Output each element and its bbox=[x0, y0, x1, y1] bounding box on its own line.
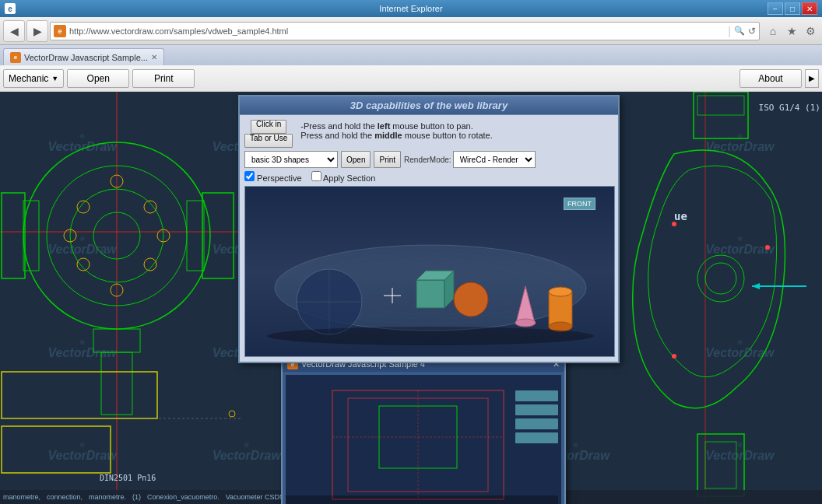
svg-point-22 bbox=[229, 411, 235, 417]
svg-rect-15 bbox=[23, 201, 39, 271]
status-connection: connection, bbox=[47, 493, 83, 501]
svg-point-27 bbox=[765, 245, 770, 250]
popup-3d-content: Click in Tab or Use -Press and hold the … bbox=[240, 115, 618, 362]
cad-left-drawing bbox=[0, 92, 241, 504]
settings-button[interactable]: ⚙ bbox=[802, 23, 819, 40]
popup-toolbar-row2: basic 3D shapes Open Print RenderMode: W… bbox=[244, 151, 613, 168]
minimize-button[interactable]: − bbox=[768, 2, 783, 15]
dropdown-arrow-icon: ▼ bbox=[51, 75, 58, 82]
svg-rect-20 bbox=[2, 372, 157, 418]
svg-rect-17 bbox=[187, 201, 204, 271]
navigation-bar: ◀ ▶ e http://www.vectordraw.com/samples/… bbox=[0, 17, 822, 45]
nav-toolbar: ⌂ ★ ⚙ bbox=[764, 23, 819, 40]
address-text[interactable]: http://www.vectordraw.com/samples/vdweb_… bbox=[69, 26, 725, 36]
svg-point-28 bbox=[672, 354, 676, 359]
svg-rect-65 bbox=[515, 432, 558, 443]
svg-rect-14 bbox=[2, 193, 25, 278]
din-label: DIN2501 Pn16 bbox=[100, 474, 156, 482]
popup-open-button[interactable]: Open bbox=[341, 151, 371, 168]
perspective-checkbox[interactable] bbox=[244, 171, 255, 181]
mechanic-dropdown[interactable]: Mechanic ▼ bbox=[3, 69, 64, 88]
svg-rect-63 bbox=[515, 404, 558, 415]
3d-canvas[interactable]: FRONT bbox=[244, 186, 615, 357]
popup-2-content[interactable] bbox=[286, 375, 561, 504]
svg-point-24 bbox=[697, 255, 744, 302]
instructions-text: -Press and hold the left mouse button to… bbox=[300, 121, 492, 140]
svg-point-25 bbox=[705, 263, 736, 294]
search-separator: | bbox=[728, 25, 731, 37]
render-mode-select[interactable]: WireCd - Render bbox=[453, 151, 536, 168]
svg-rect-33 bbox=[697, 434, 744, 496]
svg-rect-16 bbox=[202, 193, 234, 278]
svg-point-51 bbox=[549, 287, 572, 296]
apply-section-checkbox[interactable] bbox=[311, 171, 321, 181]
svg-point-55 bbox=[267, 327, 594, 345]
main-content-area: ®VectorDraw ®VectorDraw ®VectorDraw ®Vec… bbox=[0, 92, 822, 504]
open-button[interactable]: Open bbox=[67, 69, 129, 88]
apply-section-checkbox-label[interactable]: Apply Section bbox=[311, 171, 376, 183]
popup-checkboxes: Perspective Apply Section bbox=[244, 171, 613, 183]
perspective-checkbox-label[interactable]: Perspective bbox=[244, 171, 302, 183]
svg-marker-30 bbox=[752, 283, 760, 289]
svg-point-11 bbox=[77, 258, 90, 271]
address-bar[interactable]: e http://www.vectordraw.com/samples/vdwe… bbox=[50, 22, 760, 40]
click-in-button[interactable]: Click in bbox=[251, 120, 286, 134]
svg-point-12 bbox=[77, 201, 90, 213]
iso-label: ISO G1/4 (1) bbox=[759, 103, 820, 113]
restore-button[interactable]: □ bbox=[785, 2, 800, 15]
svg-rect-62 bbox=[515, 390, 558, 401]
svg-point-10 bbox=[144, 201, 156, 213]
status-manometre: manometre, bbox=[3, 493, 40, 501]
title-bar: e Internet Explorer − □ ✕ bbox=[0, 0, 822, 17]
window-controls[interactable]: − □ ✕ bbox=[768, 2, 817, 15]
home-button[interactable]: ⌂ bbox=[764, 23, 782, 40]
popup-3d-window: 3D capabilities of the web library Click… bbox=[238, 95, 620, 363]
svg-rect-50 bbox=[549, 292, 572, 327]
tab-favicon: e bbox=[10, 52, 21, 63]
close-button[interactable]: ✕ bbox=[802, 2, 817, 15]
window-title: Internet Explorer bbox=[0, 4, 822, 13]
print-button[interactable]: Print bbox=[132, 69, 195, 88]
open-label: Open bbox=[87, 73, 110, 84]
svg-rect-34 bbox=[705, 442, 736, 488]
site-icon: e bbox=[54, 25, 66, 37]
tab-use-button[interactable]: Tab or Use bbox=[244, 134, 293, 148]
status-count: (1) bbox=[132, 493, 141, 501]
svg-point-13 bbox=[144, 258, 156, 271]
title-bar-left: e bbox=[5, 3, 16, 14]
popup-2-inner bbox=[283, 372, 564, 504]
render-mode-container: RenderMode: WireCd - Render bbox=[404, 151, 536, 168]
scroll-right-button[interactable]: ▶ bbox=[805, 69, 819, 88]
popup-print-button[interactable]: Print bbox=[374, 151, 401, 168]
mechanic-label: Mechanic bbox=[9, 73, 48, 84]
svg-rect-32 bbox=[697, 96, 744, 115]
search-icon[interactable]: 🔍 bbox=[734, 26, 745, 36]
shapes-select[interactable]: basic 3D shapes bbox=[244, 151, 338, 168]
ie-toolbar: Mechanic ▼ Open Print About ▶ bbox=[0, 65, 822, 92]
svg-rect-66 bbox=[286, 495, 558, 504]
browser-tab[interactable]: e VectorDraw Javascript Sample... ✕ bbox=[3, 48, 164, 65]
svg-rect-64 bbox=[515, 418, 558, 429]
svg-rect-21 bbox=[2, 426, 111, 473]
favorites-button[interactable]: ★ bbox=[783, 23, 800, 40]
tab-close-button[interactable]: ✕ bbox=[151, 53, 157, 61]
popup-2-window: e VectorDraw Javascript Sample 4 ✕ bbox=[281, 355, 566, 504]
print-label: Print bbox=[154, 73, 174, 84]
about-label: About bbox=[758, 73, 782, 84]
status-manometre2: manometre. bbox=[89, 493, 126, 501]
svg-rect-43 bbox=[416, 280, 444, 308]
ue-label: ue bbox=[674, 210, 687, 222]
ie-title-icon: e bbox=[5, 3, 16, 14]
render-label: RenderMode: bbox=[404, 156, 451, 164]
back-button[interactable]: ◀ bbox=[3, 20, 25, 42]
status-conexion: Conexion_vacuometro. bbox=[147, 493, 220, 501]
about-button[interactable]: About bbox=[739, 69, 802, 88]
svg-point-49 bbox=[515, 319, 536, 327]
forward-button[interactable]: ▶ bbox=[26, 20, 48, 42]
refresh-icon[interactable]: ↺ bbox=[748, 26, 756, 37]
cad-right-drawing: ISO G1/4 (1) ue bbox=[627, 92, 822, 504]
tab-bar: e VectorDraw Javascript Sample... ✕ bbox=[0, 45, 822, 65]
tab-label: VectorDraw Javascript Sample... bbox=[24, 53, 148, 62]
popup-3d-title: 3D capabilities of the web library bbox=[240, 96, 618, 115]
